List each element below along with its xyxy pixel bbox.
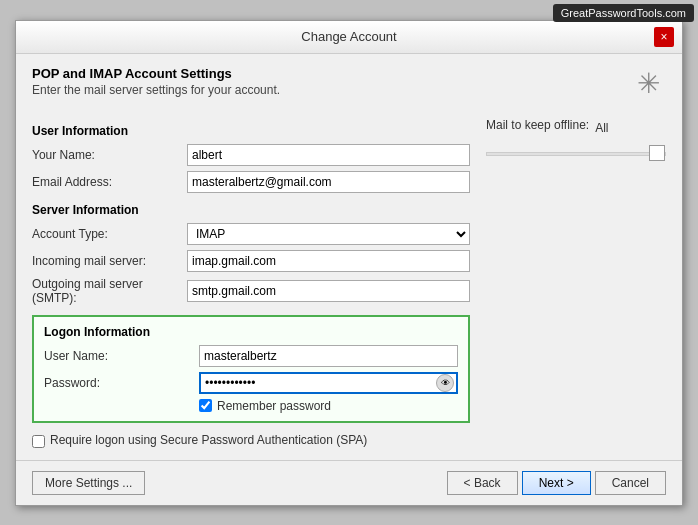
logon-section: Logon Information User Name: Password: 👁	[32, 315, 470, 423]
spa-label: Require logon using Secure Password Auth…	[50, 433, 367, 447]
watermark-badge: GreatPasswordTools.com	[553, 4, 694, 22]
name-row: Your Name:	[32, 144, 470, 166]
account-type-select[interactable]: IMAP POP3	[187, 223, 470, 245]
close-button[interactable]: ×	[654, 27, 674, 47]
header-subtitle: Enter the mail server settings for your …	[32, 83, 280, 97]
email-label: Email Address:	[32, 175, 187, 189]
footer: More Settings ... < Back Next > Cancel	[16, 460, 682, 505]
slider-container	[486, 152, 666, 156]
footer-left: More Settings ...	[32, 471, 447, 495]
next-button[interactable]: Next >	[522, 471, 591, 495]
slider-thumb[interactable]	[649, 145, 665, 161]
back-button[interactable]: < Back	[447, 471, 518, 495]
left-panel: User Information Your Name: Email Addres…	[32, 114, 470, 448]
header-title: POP and IMAP Account Settings	[32, 66, 280, 81]
spa-row: Require logon using Secure Password Auth…	[32, 433, 470, 448]
outgoing-row: Outgoing mail server (SMTP):	[32, 277, 470, 305]
remember-label: Remember password	[217, 399, 331, 413]
header-section: POP and IMAP Account Settings Enter the …	[32, 66, 666, 102]
password-label: Password:	[44, 376, 199, 390]
wizard-icon: ✳	[630, 66, 666, 102]
user-section-label: User Information	[32, 124, 470, 138]
title-bar: Change Account ×	[16, 21, 682, 54]
incoming-label: Incoming mail server:	[32, 254, 187, 268]
logon-username-label: User Name:	[44, 349, 199, 363]
cancel-button[interactable]: Cancel	[595, 471, 666, 495]
password-input[interactable]	[199, 372, 458, 394]
more-settings-button[interactable]: More Settings ...	[32, 471, 145, 495]
content-area: User Information Your Name: Email Addres…	[32, 114, 666, 448]
outgoing-label: Outgoing mail server (SMTP):	[32, 277, 187, 305]
account-type-label: Account Type:	[32, 227, 187, 241]
email-row: Email Address:	[32, 171, 470, 193]
incoming-input[interactable]	[187, 250, 470, 272]
spa-checkbox[interactable]	[32, 435, 45, 448]
right-panel: Mail to keep offline: All	[486, 114, 666, 448]
email-input[interactable]	[187, 171, 470, 193]
remember-checkbox[interactable]	[199, 399, 212, 412]
server-section-label: Server Information	[32, 203, 470, 217]
window-body: POP and IMAP Account Settings Enter the …	[16, 54, 682, 460]
password-row: Password: 👁	[44, 372, 458, 394]
window-title: Change Account	[44, 29, 654, 44]
remember-row: Remember password	[199, 399, 458, 413]
mail-offline-value: All	[595, 121, 608, 135]
account-type-row: Account Type: IMAP POP3	[32, 223, 470, 245]
logon-username-input[interactable]	[199, 345, 458, 367]
name-input[interactable]	[187, 144, 470, 166]
dialog-window: Change Account × POP and IMAP Account Se…	[15, 20, 683, 506]
logon-section-label: Logon Information	[44, 325, 458, 339]
show-password-icon[interactable]: 👁	[436, 374, 454, 392]
mail-offline-label: Mail to keep offline:	[486, 118, 589, 132]
name-label: Your Name:	[32, 148, 187, 162]
logon-username-row: User Name:	[44, 345, 458, 367]
nav-buttons: < Back Next > Cancel	[447, 471, 666, 495]
slider-track	[486, 152, 666, 156]
header-text: POP and IMAP Account Settings Enter the …	[32, 66, 280, 97]
outgoing-input[interactable]	[187, 280, 470, 302]
password-input-wrap: 👁	[199, 372, 458, 394]
incoming-row: Incoming mail server:	[32, 250, 470, 272]
watermark-text: GreatPasswordTools.com	[561, 7, 686, 19]
